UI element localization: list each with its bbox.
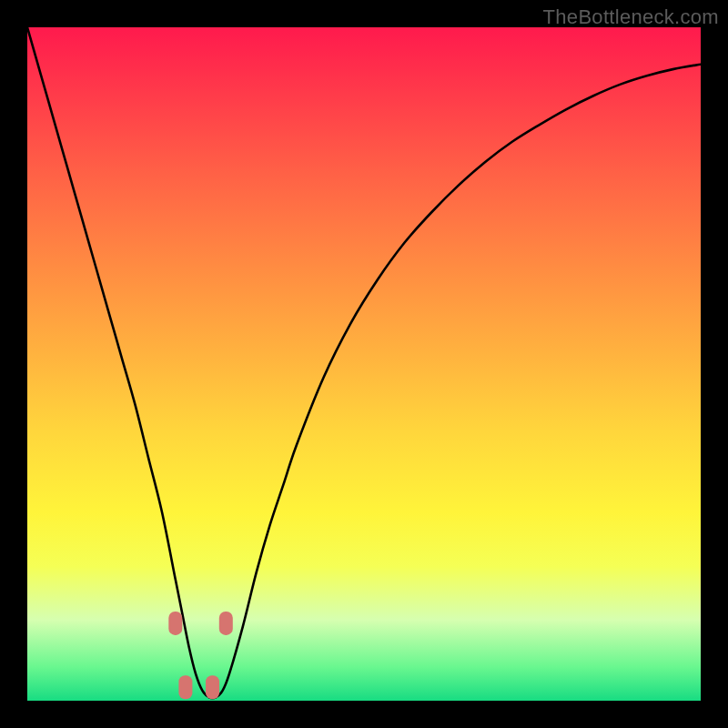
curve-markers [27,27,701,701]
curve-marker [178,675,192,699]
watermark-text: TheBottleneck.com [543,5,719,29]
plot-area [27,27,701,701]
curve-marker [206,675,219,699]
chart-frame: TheBottleneck.com [0,0,728,728]
curve-marker [168,612,182,635]
curve-marker [219,612,233,635]
